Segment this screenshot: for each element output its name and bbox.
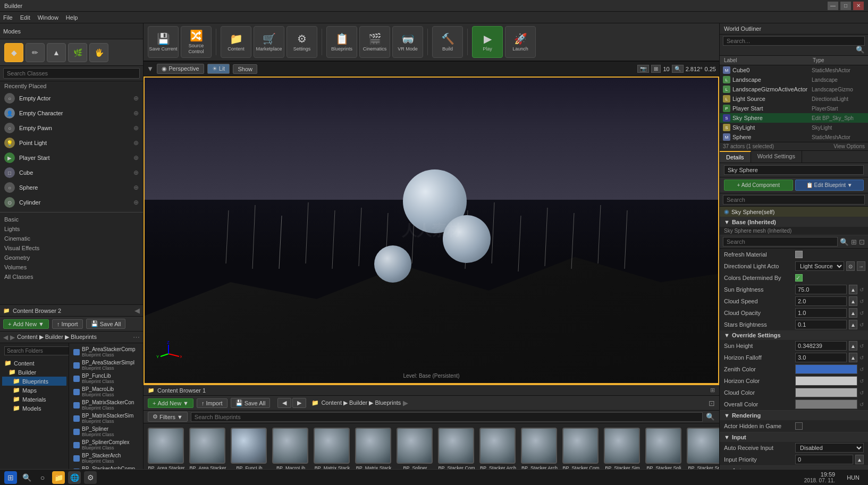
directional-light-go-btn[interactable]: → [857,261,865,271]
sun-height-up[interactable]: ▲ [849,341,857,351]
horizon-falloff-input[interactable] [795,353,847,362]
colors-determined-checkbox[interactable]: ✓ [795,274,803,282]
viewport-dropdown-button[interactable]: ▼ [147,65,154,73]
cloud-opacity-up[interactable]: ▲ [849,308,857,318]
wo-col-label[interactable]: Label [723,57,812,64]
cb2-nav-forward[interactable]: ▶ [10,334,15,341]
section-geometry[interactable]: Geometry [0,253,143,262]
cloud-speed-up[interactable]: ▲ [849,296,857,306]
section-cinematic[interactable]: Cinematic [0,234,143,243]
directional-light-pick-btn[interactable]: ⊙ [846,261,855,271]
overall-color-reset[interactable]: ↺ [859,402,864,407]
sun-brightness-up[interactable]: ▲ [849,285,857,294]
cloud-color-swatch[interactable] [795,388,857,397]
tool-source-control[interactable]: 🔀 Source Control [181,26,212,58]
wo-item-player-start[interactable]: P Player Start PlayerStart [720,104,868,113]
actor-add-empty-pawn[interactable]: ⊕ [133,124,139,132]
actor-hidden-checkbox[interactable] [795,422,803,430]
details-search-input[interactable] [723,195,865,205]
cb2-save-all-button[interactable]: 💾 Save All [86,319,126,329]
cb2-nav-back[interactable]: ◀ [3,334,8,341]
tool-marketplace[interactable]: 🛒 Marketplace [254,26,284,58]
actor-empty-actor[interactable]: ○ Empty Actor ⊕ [0,91,143,106]
cb2-import-button[interactable]: ↑ Import [52,319,83,329]
file-item[interactable]: BP_Spliner Blueprint Class [71,425,141,438]
section-recently-placed[interactable]: Recently Placed [0,81,143,91]
lit-button[interactable]: ☀ Lit [207,64,230,74]
wo-search-input[interactable] [723,36,865,46]
folder-blueprints[interactable]: 📁 Blueprints [2,377,66,386]
bottom-add-new-button[interactable]: + Add New ▼ [148,398,193,408]
menu-file[interactable]: File [3,14,13,21]
tool-cinematics[interactable]: 🎬 Cinematics [359,26,390,58]
sun-height-input[interactable] [795,341,847,351]
actor-add-empty-character[interactable]: ⊕ [133,109,139,117]
file-item[interactable]: BP_MacroLib Blueprint Class [71,385,141,398]
actor-add-sphere[interactable]: ⊕ [133,184,139,191]
file-item[interactable]: BP_FuncLib Blueprint Class [71,372,141,385]
taskbar-cortana[interactable]: ○ [36,471,49,484]
section-all-classes[interactable]: All Classes [0,272,143,282]
file-item[interactable]: BP_StackerArch Blueprint Class [71,452,141,465]
tool-vr-mode[interactable]: 🥽 VR Mode [392,26,423,58]
details-search2-input[interactable] [723,237,838,246]
mode-geometry[interactable]: 🖐 [89,43,108,62]
horizon-color-swatch[interactable] [795,376,857,386]
bottom-breadcrumb-more[interactable]: ▶ [403,399,408,407]
section-basic[interactable]: Basic [0,215,143,224]
tool-build[interactable]: 🔨 Build [432,26,463,58]
actor-add-cube[interactable]: ⊕ [133,169,139,176]
zenith-color-reset[interactable]: ↺ [859,367,864,372]
section-input-header[interactable]: ▼ Input [720,432,868,442]
bottom-search-input[interactable] [191,412,703,422]
file-item[interactable]: BP_MatrixStackerSim Blueprint Class [71,412,141,425]
section-lights[interactable]: Lights [0,224,143,234]
bottom-cb-dock-button[interactable]: ⊡ [709,399,715,407]
overall-color-swatch[interactable] [795,399,857,409]
asset-bp-funclib[interactable]: BP_FuncLib [231,428,268,471]
add-component-button[interactable]: + Add Component [724,180,793,191]
tool-settings[interactable]: ⚙ Settings [286,26,317,58]
asset-bp-macrolib[interactable]: BP_MacroLib [272,428,309,471]
auto-receive-dropdown[interactable]: Disabled [795,443,864,453]
bottom-save-all-button[interactable]: 💾 Save All [231,398,271,408]
details-name-input[interactable] [724,165,864,175]
mode-select[interactable]: ◆ [4,43,23,62]
cloud-opacity-reset[interactable]: ↺ [859,310,864,316]
menu-window[interactable]: Window [38,14,58,21]
file-item[interactable]: BP_AreaStackerSimpl Blueprint Class [71,359,141,372]
camera-options-button[interactable]: 📷 [637,65,649,73]
cb2-add-new-button[interactable]: + Add New ▼ [3,319,49,329]
zenith-color-swatch[interactable] [795,364,857,374]
search-classes-input[interactable] [3,68,140,79]
wo-item-sphere[interactable]: M Sphere StaticMeshActor [720,132,868,142]
wo-item-cube0[interactable]: M Cube0 StaticMeshActor [720,65,868,75]
sun-height-reset[interactable]: ↺ [859,343,864,349]
taskbar-file-explorer[interactable]: 📁 [52,471,65,484]
section-visual-effects[interactable]: Visual Effects [0,243,143,253]
wo-col-type[interactable]: Type [812,57,865,64]
wo-item-landscape-gizmo[interactable]: L LandscapeGizmoActiveActor LandscapeGiz… [720,84,868,94]
horizon-falloff-reset[interactable]: ↺ [859,355,864,361]
sun-brightness-reset[interactable]: ↺ [859,287,864,293]
folder-content[interactable]: 📁 Content [2,359,66,368]
cloud-speed-input[interactable] [795,296,847,306]
tab-world-settings[interactable]: World Settings [751,151,802,163]
mode-landscape[interactable]: ▲ [47,43,66,62]
cb2-options-button[interactable]: ⋯ [133,333,140,341]
cloud-speed-reset[interactable]: ↺ [859,299,864,304]
minimize-button[interactable]: — [828,2,838,10]
actor-player-start[interactable]: ▶ Player Start ⊕ [0,150,143,165]
show-button[interactable]: Show [233,64,257,74]
close-button[interactable]: ✕ [853,2,864,10]
section-base-inherited-header[interactable]: ▼ Base (Inherited) [720,217,868,227]
folder-maps[interactable]: 📁 Maps [2,386,66,395]
folder-builder[interactable]: 📁 Builder [2,368,66,377]
wo-view-options-button[interactable]: View Options [833,143,865,149]
actor-sphere[interactable]: ○ Sphere ⊕ [0,180,143,195]
asset-bp-spliner[interactable]: BP_Spliner [397,428,434,471]
file-item[interactable]: BP_SplinerComplex Blueprint Class [71,438,141,452]
bottom-nav-back[interactable]: ◀ [277,398,291,408]
actor-empty-pawn[interactable]: ○ Empty Pawn ⊕ [0,121,143,135]
tool-blueprints[interactable]: 📋 Blueprints [326,26,357,58]
